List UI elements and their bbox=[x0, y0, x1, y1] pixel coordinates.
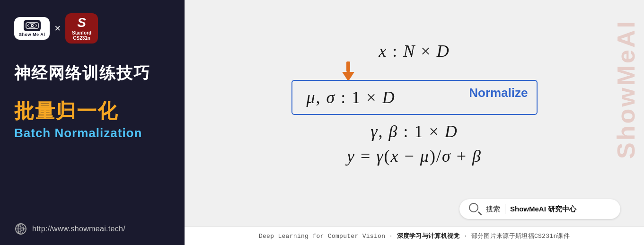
showmeai-logo: Show Me Al bbox=[14, 17, 50, 40]
search-bar[interactable]: 搜索 ShowMeAI 研究中心 bbox=[459, 199, 620, 219]
main-content: ShowMeAI x : N × D Normalize μ bbox=[185, 0, 644, 245]
math-mu-sigma: μ, σ : 1 × D bbox=[307, 88, 396, 107]
math-gamma-beta: γ, β : 1 × D bbox=[371, 122, 458, 141]
footer-cn: 深度学习与计算机视觉 bbox=[397, 232, 460, 239]
footer-en: Deep Learning for Computer Vision bbox=[259, 233, 385, 240]
svg-point-2 bbox=[31, 25, 32, 26]
stanford-course: CS231n bbox=[73, 35, 90, 41]
sidebar-subtitle-cn: 批量归一化 bbox=[14, 100, 170, 122]
arrow-row bbox=[342, 61, 354, 82]
math-x: x : N × D bbox=[379, 41, 450, 61]
math-row-gamma: γ, β : 1 × D bbox=[371, 122, 458, 141]
watermark: ShowMeAI bbox=[612, 9, 640, 169]
watermark-text: ShowMeAI bbox=[612, 19, 640, 159]
showmeai-logo-icon bbox=[24, 20, 41, 31]
logo-area: Show Me Al × S Stanford CS231n bbox=[14, 13, 170, 44]
normalize-box: Normalize μ, σ : 1 × D bbox=[291, 80, 538, 115]
stanford-s-letter: S bbox=[77, 16, 86, 29]
footer-text: Deep Learning for Computer Vision · 深度学习… bbox=[259, 232, 570, 240]
sidebar: Show Me Al × S Stanford CS231n 神经网络训练技巧 … bbox=[0, 0, 185, 245]
footer-bar: Deep Learning for Computer Vision · 深度学习… bbox=[185, 227, 644, 245]
search-brand: ShowMeAI 研究中心 bbox=[510, 205, 576, 214]
footer-dot2: · bbox=[464, 233, 471, 240]
footer-dot1: · bbox=[389, 233, 397, 240]
times-symbol: × bbox=[54, 22, 61, 35]
footer-source: 部分图片来源于斯坦福CS231n课件 bbox=[471, 233, 570, 240]
stanford-logo: S Stanford CS231n bbox=[65, 13, 98, 44]
search-icon bbox=[469, 203, 481, 215]
sidebar-subtitle-en: Batch Normalization bbox=[14, 126, 170, 140]
sidebar-url-text: http://www.showmeai.tech/ bbox=[32, 225, 125, 233]
search-label: 搜索 bbox=[486, 205, 500, 214]
math-row-formula: y = γ(x − μ)/σ + β bbox=[347, 146, 482, 166]
sidebar-title-cn: 神经网络训练技巧 bbox=[14, 62, 170, 83]
search-divider bbox=[505, 204, 505, 214]
math-row-x: x : N × D bbox=[379, 41, 450, 61]
normalize-label: Normalize bbox=[469, 86, 528, 100]
sidebar-url: http://www.showmeai.tech/ bbox=[14, 213, 170, 236]
stanford-name: Stanford bbox=[72, 30, 91, 35]
math-container: x : N × D Normalize μ, σ : 1 × D bbox=[213, 36, 616, 166]
bottom-area: 搜索 ShowMeAI 研究中心 bbox=[185, 197, 644, 227]
math-formula: y = γ(x − μ)/σ + β bbox=[347, 146, 482, 166]
url-icon bbox=[14, 222, 27, 236]
diagram-area: ShowMeAI x : N × D Normalize μ bbox=[185, 0, 644, 197]
showmeai-logo-text: Show Me Al bbox=[19, 32, 45, 37]
